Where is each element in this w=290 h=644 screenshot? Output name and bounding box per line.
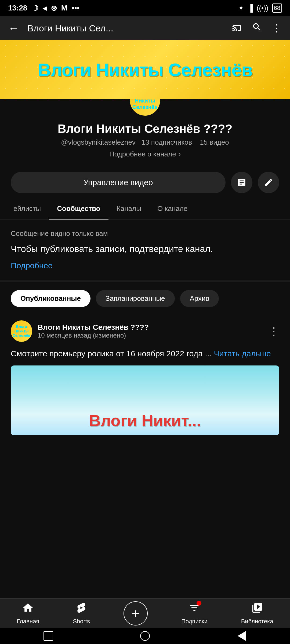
post-header: ВлогиНикитыСелезнёв Влоги Никиты Селезнё… (11, 320, 279, 342)
tab-about[interactable]: О канале (149, 199, 195, 219)
home-icon (22, 602, 34, 616)
bottom-nav: Главная Shorts + Подписки Библиотека (0, 598, 290, 628)
gesture-back-button[interactable] (234, 628, 250, 644)
action-row: Управление видео (0, 166, 290, 199)
nav-title: Влоги Никиты Сел... (27, 23, 224, 34)
post-avatar-text: ВлогиНикитыСелезнёв (13, 324, 30, 338)
post-meta: Влоги Никиты Селезнёв ???? 10 месяцев на… (38, 323, 263, 339)
tab-channels[interactable]: Каналы (108, 199, 149, 219)
chevron-right-icon: › (178, 150, 181, 158)
channel-subscribers: 13 подписчиков (142, 138, 192, 146)
library-icon (251, 602, 263, 616)
cast-button[interactable] (232, 22, 242, 35)
search-button[interactable] (252, 22, 262, 35)
notice-text: Чтобы публиковать записи, подтвердите ка… (11, 242, 279, 256)
bluetooth-icon: ✦ (238, 4, 244, 12)
filter-published[interactable]: Опубликованные (11, 290, 90, 307)
dots-icon: ••• (72, 4, 79, 12)
battery-icon: 68 (272, 3, 282, 13)
wifi-icon: ((•)) (257, 4, 269, 12)
subscriptions-icon-wrap (189, 602, 200, 616)
channel-banner: Влоги Никиты Селезнёв (0, 40, 290, 99)
read-more-link[interactable]: Читать дальше (214, 349, 271, 358)
post-text: Смотрите премьеру ролика от 16 ноября 20… (11, 347, 279, 360)
post-time: 10 месяцев назад (изменено) (38, 332, 263, 339)
gesture-home-button[interactable] (137, 628, 153, 644)
more-button[interactable]: ⋮ (272, 22, 282, 34)
analytics-icon (237, 178, 247, 187)
notice-box: Сообщение видно только вам Чтобы публико… (0, 220, 290, 282)
plus-icon: + (132, 606, 139, 621)
channel-more-label: Подробнее о канале (109, 150, 176, 158)
notice-link[interactable]: Подробнее (11, 261, 53, 270)
tab-playlists[interactable]: ейлисты (5, 199, 49, 219)
nav-home[interactable]: Главная (17, 602, 39, 625)
post-more-button[interactable]: ⋮ (269, 325, 279, 337)
filter-row: Опубликованные Запланированные Архив (0, 282, 290, 315)
channel-name: Влоги Никиты Селезнёв ???? (58, 122, 233, 136)
post-author: Влоги Никиты Селезнёв ???? (38, 323, 263, 332)
channel-meta: @vlogsbynikitaseleznev 13 подписчиков 15… (61, 138, 229, 147)
tabs-bar: ейлисты Сообщество Каналы О канале (0, 199, 290, 220)
gmail-icon: M (61, 4, 67, 12)
filter-archive[interactable]: Архив (180, 290, 219, 307)
post-image: Влоги Никит... (11, 365, 279, 435)
home-label: Главная (17, 618, 39, 625)
gesture-square-button[interactable] (40, 628, 56, 644)
post-avatar: ВлогиНикитыСелезнёв (11, 320, 32, 342)
nav-shorts[interactable]: Shorts (73, 602, 90, 625)
edit-button[interactable] (258, 172, 279, 193)
shorts-icon (75, 602, 87, 616)
notification-dot (197, 601, 201, 606)
cast-status-icon: ⊛ (51, 4, 57, 13)
add-button[interactable]: + (124, 601, 148, 625)
status-time: 13:28 (8, 4, 27, 12)
channel-handle: @vlogsbynikitaseleznev (61, 138, 136, 146)
triangle-icon (238, 631, 246, 641)
top-nav: ← Влоги Никиты Сел... ⋮ (0, 16, 290, 40)
nav-library[interactable]: Библиотека (241, 602, 273, 625)
location-icon: ◂ (43, 4, 46, 13)
library-label: Библиотека (241, 618, 273, 625)
tab-community[interactable]: Сообщество (49, 199, 108, 219)
square-icon (44, 631, 53, 641)
edit-icon (264, 178, 273, 187)
circle-icon (140, 631, 150, 641)
gesture-bar (0, 628, 290, 644)
nav-icons: ⋮ (232, 22, 282, 35)
nav-subscriptions[interactable]: Подписки (181, 602, 208, 625)
tabs: ейлисты Сообщество Каналы О канале (0, 199, 290, 219)
moon-icon: ☽ (32, 4, 38, 13)
signal-icon: ▐ (248, 4, 253, 12)
channel-more-button[interactable]: Подробнее о канале › (109, 150, 181, 158)
status-bar: 13:28 ☽ ◂ ⊛ M ••• ✦ ▐ ((•)) 68 (0, 0, 290, 16)
status-right: ✦ ▐ ((•)) 68 (238, 3, 282, 13)
notice-private-label: Сообщение видно только вам (11, 229, 279, 238)
post-item: ВлогиНикитыСелезнёв Влоги Никиты Селезнё… (0, 315, 290, 441)
filter-scheduled[interactable]: Запланированные (96, 290, 175, 307)
channel-videos: 15 видео (200, 138, 229, 146)
banner-text: Влоги Никиты Селезнёв (38, 59, 252, 80)
shorts-label: Shorts (73, 618, 90, 625)
analytics-button[interactable] (231, 172, 252, 193)
post-image-text: Влоги Никит... (89, 411, 201, 435)
status-left: 13:28 ☽ ◂ ⊛ M ••• (8, 4, 79, 13)
back-button[interactable]: ← (8, 22, 19, 35)
channel-info: ВлогиНикитыСелезнёв Влоги Никиты Селезнё… (0, 99, 290, 166)
manage-video-button[interactable]: Управление видео (11, 172, 226, 193)
subscriptions-label: Подписки (181, 618, 208, 625)
